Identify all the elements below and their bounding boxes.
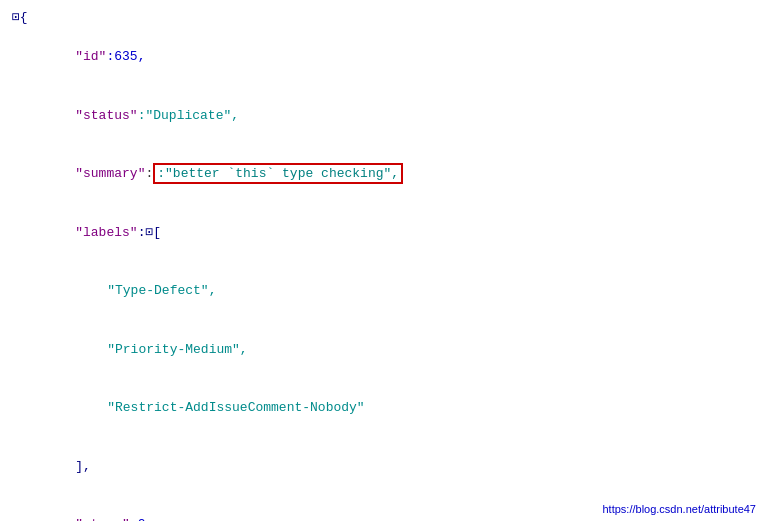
labels-close-line: ], bbox=[12, 437, 754, 496]
status-line: "status":"Duplicate", bbox=[12, 86, 754, 145]
labels-line: "labels":⊡[ bbox=[12, 203, 754, 262]
summary-line: "summary"::"better `this` type checking"… bbox=[12, 145, 754, 204]
label2-line: "Priority-Medium", bbox=[12, 320, 754, 379]
opening-bracket: ⊡{ bbox=[12, 8, 754, 28]
id-line: "id":635, bbox=[12, 28, 754, 87]
label3-line: "Restrict-AddIssueComment-Nobody" bbox=[12, 379, 754, 438]
footer-url: https://blog.csdn.net/attribute47 bbox=[603, 503, 757, 515]
label1-line: "Type-Defect", bbox=[12, 262, 754, 321]
code-display: ⊡{ "id":635, "status":"Duplicate", "summ… bbox=[0, 0, 766, 521]
